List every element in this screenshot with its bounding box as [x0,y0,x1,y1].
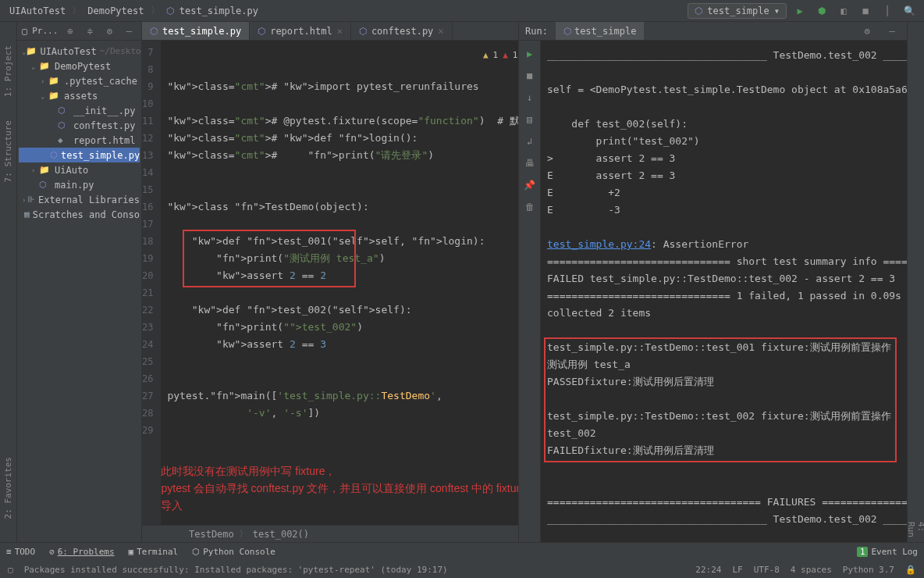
pin-icon[interactable]: 📌 [521,177,538,194]
editor-tab[interactable]: ⬡report.html× [250,22,351,40]
print-icon[interactable]: 🖶 [521,155,538,172]
problems-button[interactable]: ⊘ 6: Problems [49,547,114,557]
close-icon[interactable]: × [337,26,343,37]
favorites-tool-button[interactable]: 2: Favorites [3,457,13,519]
stop-button[interactable]: ■ [857,2,874,20]
project-tree[interactable]: ⌄📁UIAutoTest~/Deskto⌄📁DemoPytest›📁.pytes… [17,41,141,542]
run-tool-button[interactable]: 4: Run [906,522,925,542]
chevron-right-icon: 〉 [151,4,160,17]
tree-node[interactable]: ⌄📁assets [19,88,140,103]
terminal-button[interactable]: ▣ Terminal [129,547,179,557]
python-console-button[interactable]: ⬡ Python Console [192,547,275,557]
tree-node[interactable]: ⬡test_simple.py [19,148,140,162]
py-icon: ⬡ [150,26,158,37]
close-icon[interactable]: × [438,26,443,37]
run-toolbar: ▶ ■ ↓ ▤ ↲ 🖶 📌 🗑 [519,41,541,542]
structure-tool-button[interactable]: 7: Structure [3,120,13,182]
run-output[interactable]: ____________________________________ Tes… [541,41,907,542]
run-tab[interactable]: ⬡ test_simple [556,22,644,40]
python-icon: ⬡ [695,5,702,16]
lock-icon[interactable]: 🔒 [905,565,916,575]
project-panel: ▢ Pr... ⊕ ≑ ⚙ — ⌄📁UIAutoTest~/Deskto⌄📁De… [17,22,142,542]
debug-button[interactable]: ⬢ [813,2,830,20]
encoding[interactable]: UTF-8 [754,565,780,575]
editor-tabs: ⬡test_simple.py⬡report.html×⬡conftest.py… [142,22,518,41]
package-icon: ▢ [8,565,13,575]
tree-node[interactable]: ⬡conftest.py [19,118,140,133]
tree-node[interactable]: ⬡__init__.py [19,103,140,118]
folder-icon: 📁 [48,91,61,101]
left-tool-rail: 1: Project 7: Structure 2: Favorites [0,22,17,542]
py-icon: ⬡ [58,120,70,130]
lib-icon: ⊪ [27,194,35,205]
gear-icon[interactable]: ⚙ [858,23,876,40]
bottom-tool-bar: ≡ TODO ⊘ 6: Problems ▣ Terminal ⬡ Python… [0,542,924,561]
project-tool-button[interactable]: 1: Project [3,45,13,97]
line-gutter[interactable]: 7891011121314151617181920212223242526272… [142,41,161,525]
chevron-right-icon: 〉 [72,4,81,17]
right-tool-rail: 4: Run [907,22,924,542]
folder-icon: 📁 [39,61,52,71]
breadcrumb-item[interactable]: DemoPytest [84,4,147,18]
stop-run-button[interactable]: ■ [521,67,538,84]
folder-icon: 📁 [26,46,37,56]
run-button[interactable]: ▶ [791,2,808,20]
trash-icon[interactable]: 🗑 [521,198,538,216]
tree-node[interactable]: ›⊪External Libraries [19,192,140,207]
editor-tab[interactable]: ⬡test_simple.py [142,22,250,40]
event-log-button[interactable]: 1 Event Log [857,547,918,557]
folder-icon: 📁 [48,76,61,86]
step-icon[interactable]: ↓ [521,89,538,106]
folder-icon: 📁 [39,165,52,175]
run-config-selector[interactable]: ⬡ test_simple ▾ [688,3,787,19]
status-bar: ▢ Packages installed successfully: Insta… [0,561,924,578]
py-icon: ⬡ [58,105,70,116]
python-icon: ⬡ [563,26,571,37]
py-icon: ⬡ [39,180,52,190]
breadcrumb: UIAutoTest 〉 DemoPytest 〉 ⬡ test_simple.… [6,4,688,18]
target-icon[interactable]: ⊕ [62,23,77,40]
py-icon: ⬡ [359,26,367,37]
html-icon: ⬡ [258,26,265,37]
hide-icon[interactable]: — [122,23,137,40]
wrap-icon[interactable]: ↲ [521,133,538,150]
py-icon: ⬡ [50,150,58,160]
gear-icon[interactable]: ⚙ [102,23,117,40]
tree-node[interactable]: ⌄📁DemoPytest [19,59,140,73]
caret-position[interactable]: 22:24 [695,565,721,575]
expand-icon[interactable]: ≑ [83,23,98,40]
editor-breadcrumb[interactable]: TestDemo 〉 test_002() [142,525,518,542]
chevron-down-icon: ▾ [774,5,780,16]
top-navbar: UIAutoTest 〉 DemoPytest 〉 ⬡ test_simple.… [0,0,924,22]
panel-title: Pr... [32,26,58,36]
run-tool-header: Run: ⬡ test_simple ⚙ — [519,22,907,41]
rerun-button[interactable]: ▶ [521,45,538,62]
hide-icon[interactable]: — [883,23,901,40]
status-message: Packages installed successfully: Install… [24,565,685,575]
todo-button[interactable]: ≡ TODO [6,547,35,557]
vcs-button[interactable]: │ [879,2,896,20]
interpreter[interactable]: Python 3.7 [843,565,894,575]
html-icon: ◆ [58,135,70,145]
code-editor[interactable]: ▲1 ▲1 ✔3 ⌃ ⋮ "kw">class="cmt"># "kw">imp… [161,41,518,525]
tree-node[interactable]: ›📁UiAuto [19,162,140,177]
inspection-indicators[interactable]: ▲1 ▲1 ✔3 ⌃ ⋮ [483,47,518,64]
indent[interactable]: 4 spaces [791,565,832,575]
line-separator[interactable]: LF [732,565,742,575]
run-title: Run: [525,26,548,37]
tree-node[interactable]: ▦Scratches and Conso [19,207,140,222]
search-button[interactable]: 🔍 [901,2,918,20]
layout-icon[interactable]: ▤ [521,111,538,128]
breadcrumb-item[interactable]: ⬡ test_simple.py [163,4,261,18]
coverage-button[interactable]: ◧ [835,2,852,20]
tree-node[interactable]: ◆report.html [19,133,140,148]
tree-node[interactable]: ⌄📁UIAutoTest~/Deskto [19,44,140,59]
folder-icon: ▢ [22,26,27,37]
tree-node[interactable]: ›📁.pytest_cache [19,73,140,88]
editor-tab[interactable]: ⬡conftest.py× [351,22,453,40]
scratch-icon: ▦ [24,209,30,219]
tree-node[interactable]: ⬡main.py [19,177,140,192]
breadcrumb-item[interactable]: UIAutoTest [6,4,69,18]
